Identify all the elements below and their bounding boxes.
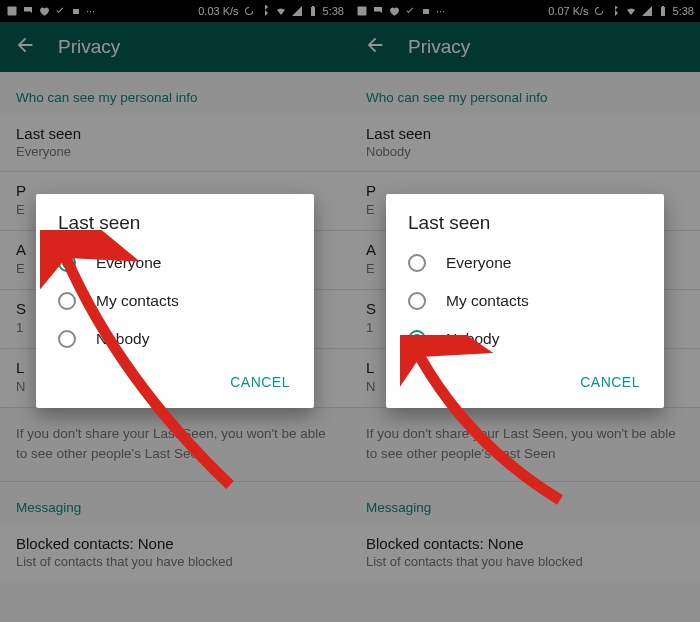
radio-label: Nobody — [96, 330, 149, 348]
dialog-title: Last seen — [36, 212, 314, 244]
radio-label: Everyone — [96, 254, 161, 272]
radio-label: Everyone — [446, 254, 511, 272]
radio-icon — [408, 330, 426, 348]
radio-label: My contacts — [446, 292, 529, 310]
radio-option-nobody[interactable]: Nobody — [36, 320, 314, 358]
last-seen-dialog: Last seen Everyone My contacts Nobody CA… — [386, 194, 664, 408]
radio-icon — [58, 292, 76, 310]
radio-icon — [408, 292, 426, 310]
right-screenshot: ··· 0.07 K/s 5:38 Privacy Who can see my… — [350, 0, 700, 622]
cancel-button[interactable]: CANCEL — [568, 366, 652, 398]
radio-option-my-contacts[interactable]: My contacts — [36, 282, 314, 320]
radio-icon — [58, 254, 76, 272]
cancel-button[interactable]: CANCEL — [218, 366, 302, 398]
radio-option-everyone[interactable]: Everyone — [36, 244, 314, 282]
radio-label: My contacts — [96, 292, 179, 310]
radio-option-my-contacts[interactable]: My contacts — [386, 282, 664, 320]
radio-icon — [58, 330, 76, 348]
last-seen-dialog: Last seen Everyone My contacts Nobody CA… — [36, 194, 314, 408]
radio-option-nobody[interactable]: Nobody — [386, 320, 664, 358]
dialog-title: Last seen — [386, 212, 664, 244]
radio-icon — [408, 254, 426, 272]
radio-option-everyone[interactable]: Everyone — [386, 244, 664, 282]
left-screenshot: ··· 0.03 K/s 5:38 Privacy Who can see my… — [0, 0, 350, 622]
radio-label: Nobody — [446, 330, 499, 348]
